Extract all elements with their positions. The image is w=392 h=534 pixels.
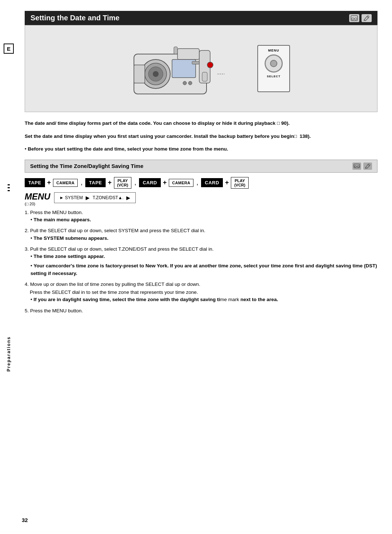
body-para3-text: Before you start setting the date and ti… <box>28 146 228 152</box>
main-content: Setting the Date and Time <box>17 0 392 534</box>
sidebar: E Preparations <box>0 0 17 534</box>
section1-header: Setting the Date and Time <box>25 11 377 25</box>
sidebar-letter: E <box>4 44 14 54</box>
camera-svg <box>112 32 250 105</box>
comma-2: , <box>134 179 136 186</box>
step-3: 3. Pull the SELECT dial up or down, sele… <box>25 246 377 277</box>
svg-point-21 <box>355 166 356 168</box>
body-para2-bold: Set the date and time display when you f… <box>25 134 311 139</box>
camera-illustration: MENU SELECT <box>112 32 290 105</box>
section2-title: Setting the Time Zone/Daylight Saving Ti… <box>30 163 143 169</box>
plus-3: + <box>163 179 167 186</box>
plus-4: + <box>225 179 229 186</box>
menu-screen-tzone: T.ZONE/DST▲. <box>93 195 123 200</box>
steps-container: 1. Press the MENU button. The main menu … <box>25 209 377 315</box>
menu-ref: (□ 20) <box>25 202 50 206</box>
vcr-label-2: (VCR) <box>234 183 245 187</box>
step-5-number: 5. <box>25 308 29 313</box>
step-4-number: 4. <box>25 282 29 287</box>
body-para3: • Before you start setting the date and … <box>25 145 377 153</box>
pencil-icon-2 <box>363 163 372 170</box>
svg-point-17 <box>207 62 213 68</box>
step-2-bullet: The SYSTEM submenu appears. <box>30 235 377 242</box>
step-5-text: Press the MENU button. <box>30 308 83 313</box>
section2-header: Setting the Time Zone/Daylight Saving Ti… <box>25 160 377 173</box>
menu-display-row: MENU (□ 20) ► SYSTEM ▶ T.ZONE/DST▲. ▶ <box>25 192 377 206</box>
menu-screen-arrow2: ▶ <box>86 195 90 201</box>
step-1: 1. Press the MENU button. The main menu … <box>25 209 377 224</box>
svg-point-22 <box>358 166 359 168</box>
plus-2: + <box>108 179 112 186</box>
pencil-icon <box>362 14 372 22</box>
menu-logo-area: MENU (□ 20) <box>25 192 50 206</box>
step-1-number: 1. <box>25 210 29 215</box>
section1-title: Setting the Date and Time <box>30 14 119 22</box>
step-4-bullet: If you are in daylight saving time, sele… <box>30 296 377 303</box>
step-3-number: 3. <box>25 246 29 252</box>
play-vcr-btn-2: PLAY (VCR) <box>231 177 249 189</box>
vcr-label-1: (VCR) <box>117 183 128 187</box>
svg-point-1 <box>352 18 354 20</box>
section2-icons <box>352 163 372 170</box>
svg-rect-9 <box>134 65 145 83</box>
card-btn-2: CARD <box>201 178 223 187</box>
body-para2: Set the date and time display when you f… <box>25 132 377 140</box>
mode-buttons-row: TAPE + CAMERA , TAPE + PLAY (VCR) , CARD… <box>25 173 377 192</box>
menu-logo: MENU <box>25 192 50 202</box>
select-ctrl-label: SELECT <box>267 75 281 78</box>
camera-btn-2: CAMERA <box>169 179 193 187</box>
camera-btn-1: CAMERA <box>53 179 78 187</box>
tape-btn-1: TAPE <box>25 178 45 187</box>
svg-point-2 <box>355 18 357 20</box>
section1-icons <box>349 14 372 22</box>
tape-icon <box>349 14 359 22</box>
step-2: 2. Pull the SELECT dial up or down, sele… <box>25 227 377 242</box>
step-3-bullet-1: The time zone settings appear. <box>30 253 377 260</box>
body-para1-bold: The date and/ time display forms part of… <box>25 120 290 126</box>
comma-3: , <box>196 179 198 186</box>
sidebar-line-2 <box>8 187 10 188</box>
comma-1: , <box>81 179 82 186</box>
step-5: 5. Press the MENU button. <box>25 307 377 315</box>
svg-rect-18 <box>202 72 207 81</box>
step-3-text: Pull the SELECT dial up or down, select … <box>30 246 214 252</box>
plus-1: + <box>47 179 51 186</box>
step-4-text-a: Move up or down the list of time zones b… <box>30 282 200 287</box>
svg-rect-13 <box>174 47 177 54</box>
step-4: 4. Move up or down the list of time zone… <box>25 281 377 304</box>
step-1-bullet: The main menu appears. <box>30 216 377 223</box>
menu-screen: ► SYSTEM ▶ T.ZONE/DST▲. ▶ <box>54 192 136 203</box>
tape-btn-2: TAPE <box>85 178 106 187</box>
sidebar-preparations-label: Preparations <box>6 336 11 371</box>
menu-screen-arrow3: ▶ <box>126 195 130 201</box>
play-label-2: PLAY <box>235 178 245 183</box>
body-para1: The date and/ time display forms part of… <box>25 119 377 127</box>
svg-point-8 <box>153 71 159 77</box>
sidebar-line-1 <box>8 184 10 185</box>
step-3-bullet-2: Your camcorder's time zone is factory-pr… <box>30 262 377 277</box>
play-vcr-btn-1: PLAY (VCR) <box>114 177 132 189</box>
menu-ctrl-label: MENU <box>268 49 279 52</box>
svg-point-14 <box>183 81 187 85</box>
select-dial-illustration <box>265 54 283 73</box>
step-4-text-b: Press the SELECT dial in to set the time… <box>25 289 377 296</box>
sidebar-line-3 <box>8 190 10 191</box>
step-2-text: Pull the SELECT dial up or down, select … <box>30 228 205 233</box>
control-panel-illustration: MENU SELECT <box>257 45 290 92</box>
camera-image-area: MENU SELECT <box>25 25 377 112</box>
step-2-number: 2. <box>25 228 29 233</box>
card-btn-1: CARD <box>139 178 161 187</box>
menu-screen-arrow1: ► SYSTEM <box>60 195 83 200</box>
tape-icon-2 <box>352 163 361 170</box>
play-label-1: PLAY <box>118 178 128 183</box>
page-number: 32 <box>22 517 28 523</box>
svg-point-15 <box>188 81 192 85</box>
svg-rect-10 <box>177 49 199 59</box>
step-1-text: Press the MENU button. <box>30 210 83 215</box>
svg-rect-16 <box>192 61 199 64</box>
